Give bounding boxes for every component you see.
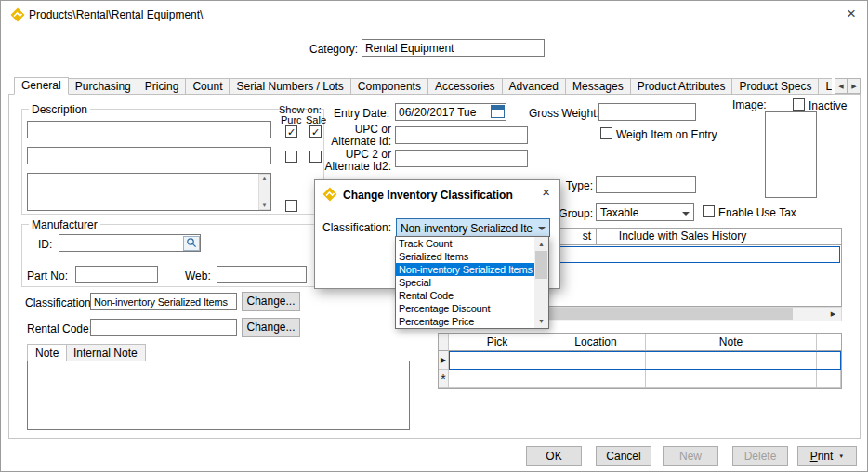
rental-code-input[interactable] — [90, 319, 237, 336]
option-serialized-items[interactable]: Serialized Items — [396, 250, 534, 263]
inactive-checkbox[interactable] — [793, 98, 805, 111]
classification-input[interactable] — [90, 293, 237, 310]
pick-grid-col-pick[interactable]: Pick — [449, 334, 546, 351]
print-label-p: P — [810, 450, 818, 463]
manufacturer-legend: Manufacturer — [29, 218, 100, 231]
down-arrow-icon: ▼ — [259, 203, 270, 208]
sale-row2-checkbox[interactable] — [309, 151, 322, 163]
pick-grid-cell[interactable] — [646, 370, 817, 388]
up-arrow-icon: ▲ — [259, 176, 270, 181]
category-label: Category: — [306, 43, 358, 56]
pick-grid-row1-selector[interactable]: ▶ — [439, 351, 449, 370]
purc-row3-checkbox[interactable] — [285, 200, 297, 212]
rental-code-change-button[interactable]: Change... — [242, 318, 300, 337]
sales-grid-col2-header[interactable]: Include with Sales History — [597, 229, 769, 244]
pick-grid-cell[interactable] — [817, 370, 841, 388]
tab-accessories[interactable]: Accessories — [427, 78, 503, 95]
pick-grid-col-note[interactable]: Note — [646, 334, 817, 351]
purc-row1-checkbox[interactable]: ✓ — [285, 125, 297, 138]
down-arrow-icon[interactable]: ▼ — [534, 314, 548, 328]
pick-grid-col-location[interactable]: Location — [546, 334, 646, 351]
right-arrow-icon: ▶ — [851, 83, 856, 89]
tab-messages[interactable]: Messages — [565, 78, 631, 95]
pick-grid-col-extra — [817, 334, 841, 351]
pick-grid-cell[interactable] — [546, 370, 646, 388]
pick-grid-row2-selector[interactable]: * — [439, 370, 449, 388]
option-track-count[interactable]: Track Count — [396, 237, 534, 250]
description-long-input[interactable] — [27, 173, 271, 211]
gross-weight-input[interactable] — [598, 103, 696, 121]
option-percentage-discount[interactable]: Percentage Discount — [396, 302, 534, 315]
chevron-down-icon — [682, 212, 690, 216]
upc2-label-line2: Alternate Id2: — [323, 160, 391, 173]
cancel-button[interactable]: Cancel — [596, 446, 651, 466]
option-rental-code[interactable]: Rental Code — [396, 289, 534, 302]
delete-button[interactable]: Delete — [732, 446, 788, 466]
dialog-classification-combobox[interactable]: Non-inventory Serialized Items — [396, 218, 550, 237]
upc-label-line2: Alternate Id: — [328, 135, 391, 148]
tab-advanced[interactable]: Advanced — [502, 78, 566, 95]
title-bar: Products\Rental\Rental Equipment\ × — [1, 1, 867, 29]
upc2-input[interactable] — [395, 150, 528, 167]
web-input[interactable] — [217, 266, 307, 283]
close-icon: × — [542, 184, 550, 200]
part-no-label: Part No: — [27, 269, 68, 282]
tab-components[interactable]: Components — [350, 78, 428, 95]
weigh-item-checkbox[interactable] — [600, 127, 612, 139]
right-arrow-icon: ▶ — [831, 310, 835, 317]
option-non-inventory-serialized-items[interactable]: Non-inventory Serialized Items — [396, 263, 534, 276]
enable-use-tax-label: Enable Use Tax — [718, 206, 796, 219]
pick-grid-cell[interactable] — [449, 370, 546, 388]
calendar-icon[interactable] — [491, 105, 505, 118]
purc-row2-checkbox[interactable] — [285, 151, 297, 163]
dialog-combobox-value: Non-inventory Serialized Items — [401, 222, 533, 235]
note-textarea[interactable] — [27, 361, 410, 430]
upc-input[interactable] — [395, 126, 528, 144]
tab-internal-note[interactable]: Internal Note — [65, 344, 146, 361]
window-close-button[interactable]: × — [847, 5, 856, 23]
pick-grid-selected-row[interactable] — [449, 351, 841, 370]
tab-general[interactable]: General — [14, 77, 69, 95]
purc-label: Purc — [281, 114, 302, 125]
pick-grid-corner — [439, 334, 449, 351]
sales-grid-col3-header[interactable] — [769, 229, 841, 244]
type-input[interactable] — [596, 176, 696, 193]
tab-scroll-left-button[interactable]: ◀ — [835, 78, 848, 94]
tab-note[interactable]: Note — [27, 344, 67, 361]
classification-change-button[interactable]: Change... — [242, 292, 300, 311]
entry-date-input[interactable] — [395, 103, 506, 121]
sale-row1-checkbox[interactable]: ✓ — [309, 125, 322, 138]
scrollbar-thumb[interactable] — [535, 251, 547, 279]
description-line1-input[interactable] — [27, 121, 271, 138]
tab-serial-numbers-lots[interactable]: Serial Numbers / Lots — [229, 78, 350, 95]
tab-count[interactable]: Count — [185, 78, 230, 95]
description-scrollbar[interactable]: ▲ ▼ — [258, 174, 270, 210]
print-button[interactable]: Print▼ — [797, 446, 857, 466]
tab-product-specs[interactable]: Product Specs — [731, 78, 819, 95]
check-icon: ✓ — [286, 126, 296, 138]
current-row-icon: ▶ — [439, 351, 448, 369]
manufacturer-id-search-button[interactable] — [183, 236, 200, 251]
tab-scroll-right-button[interactable]: ▶ — [848, 78, 861, 94]
enable-use-tax-checkbox[interactable] — [703, 205, 715, 217]
group-select[interactable]: Taxable — [596, 203, 694, 221]
dropdown-scrollbar[interactable]: ▲ ▼ — [534, 237, 548, 328]
tab-pricing[interactable]: Pricing — [138, 78, 187, 95]
up-arrow-icon[interactable]: ▲ — [534, 237, 548, 251]
part-no-input[interactable] — [75, 266, 158, 283]
manufacturer-id-input[interactable] — [59, 234, 201, 252]
tab-lost-sale-return[interactable]: Lost Sale/Return — [818, 78, 832, 95]
search-icon — [186, 237, 197, 248]
new-button[interactable]: New — [663, 446, 718, 466]
category-input[interactable] — [362, 39, 545, 57]
ok-button[interactable]: OK — [526, 446, 582, 466]
tab-purchasing[interactable]: Purchasing — [68, 78, 138, 95]
option-special[interactable]: Special — [396, 276, 534, 289]
description-line2-input[interactable] — [27, 147, 271, 164]
sale-label: Sale — [306, 114, 326, 125]
option-percentage-price[interactable]: Percentage Price — [396, 315, 534, 328]
scrollbar-right-button[interactable]: ▶ — [826, 308, 840, 320]
dialog-close-button[interactable]: × — [542, 184, 550, 200]
tab-product-attributes[interactable]: Product Attributes — [630, 78, 733, 95]
close-icon: × — [847, 5, 856, 22]
